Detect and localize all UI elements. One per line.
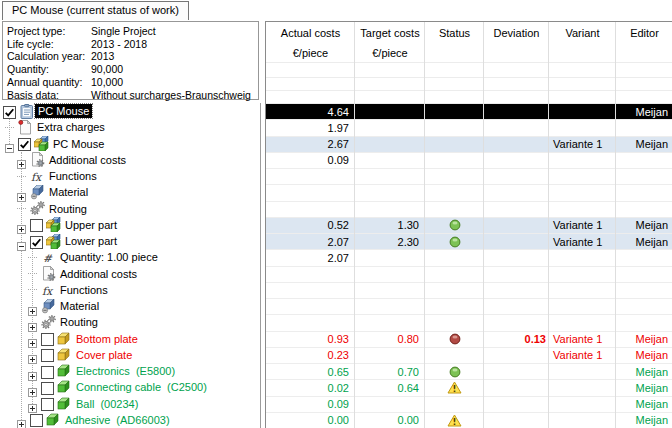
tree-item-functions[interactable]: fxFunctions [0, 282, 260, 298]
column-header-deviation[interactable]: Deviation [484, 26, 549, 40]
table-row-extra-charges[interactable]: 1.97 [266, 120, 672, 136]
checkbox-checked[interactable] [30, 235, 43, 248]
tree-item-label[interactable]: Quantity: 1.00 piece [57, 250, 161, 264]
tree-item-routing[interactable]: Routing [0, 314, 260, 330]
collapse-icon[interactable] [5, 139, 14, 148]
checkbox-unchecked[interactable] [41, 332, 54, 345]
expand-icon[interactable] [17, 155, 26, 164]
table-row-adhesive-ad66003[interactable]: 0.000.00!Meijan [266, 413, 672, 428]
table-row-quantity-1-00-piece[interactable]: 2.07 [266, 250, 672, 266]
checkbox-unchecked[interactable] [41, 397, 54, 410]
tree-item-pc-mouse[interactable]: PC Mouse [0, 103, 260, 119]
tree-item-label[interactable]: Material [57, 299, 102, 313]
tree-item-connecting-cable-c2500[interactable]: Connecting cable (C2500) [0, 379, 260, 395]
tree-item-label[interactable]: Cover plate [73, 348, 135, 362]
table-row-upper-part[interactable]: 0.521.30Variante 1Meijan [266, 218, 672, 234]
tree-item-label[interactable]: Bottom plate [73, 332, 141, 346]
expand-icon[interactable] [17, 220, 26, 229]
tree-item-label[interactable]: Material [46, 185, 91, 199]
tree-item-cover-plate[interactable]: Cover plate [0, 347, 260, 363]
table-row-pc-mouse[interactable]: 2.67Variante 1Meijan [266, 137, 672, 153]
table-row-ball-00234[interactable]: 0.09Meijan [266, 397, 672, 413]
column-header-editor[interactable]: Editor [616, 26, 672, 40]
tree-item-label[interactable]: Extra charges [34, 120, 108, 134]
checkbox-unchecked[interactable] [41, 381, 54, 394]
variant-cell [549, 413, 616, 428]
svg-text:fx: fx [42, 284, 54, 297]
table-row-additional-costs[interactable]: 0.09 [266, 153, 672, 169]
table-row-connecting-cable-c2500[interactable]: 0.020.64!Meijan [266, 380, 672, 396]
tree-item-label[interactable]: Lower part [62, 234, 120, 248]
table-row-routing[interactable] [266, 315, 672, 331]
checkbox-checked[interactable] [3, 105, 16, 118]
tree-item-quantity-1-00-piece[interactable]: #Quantity: 1.00 piece [0, 249, 260, 265]
target-cell [355, 185, 425, 200]
tree-item-adhesive-ad66003[interactable]: Adhesive (AD66003) [0, 412, 260, 428]
table-row-material[interactable] [266, 299, 672, 315]
fx-icon: fx [41, 282, 57, 297]
tree-item-additional-costs[interactable]: Additional costs [0, 152, 260, 168]
expand-icon[interactable] [28, 302, 37, 311]
table-row-functions[interactable] [266, 283, 672, 299]
info-row: Basis data:Without surcharges-Braunschwe… [7, 89, 258, 102]
tree-item-bottom-plate[interactable]: Bottom plate [0, 331, 260, 347]
tree-item-material[interactable]: Material [0, 184, 260, 200]
checkbox-unchecked[interactable] [41, 365, 54, 378]
tree-item-label[interactable]: Adhesive (AD66003) [62, 413, 173, 427]
checkbox-unchecked[interactable] [30, 218, 43, 231]
table-row-cover-plate[interactable]: 0.23Variante 1Meijan [266, 348, 672, 364]
expand-icon[interactable] [28, 399, 37, 408]
tree-item-label[interactable]: Functions [46, 169, 100, 183]
column-header-actual-costs[interactable]: Actual costs [266, 26, 355, 40]
table-row-routing[interactable] [266, 202, 672, 218]
column-header-variant[interactable]: Variant [549, 26, 616, 40]
expand-icon[interactable] [17, 188, 26, 197]
expand-icon[interactable] [28, 367, 37, 376]
table-row-electronics-e5800[interactable]: 0.650.70Meijan [266, 364, 672, 380]
editor-cell [616, 299, 672, 314]
checkbox-unchecked[interactable] [41, 348, 54, 361]
variant-cell [549, 267, 616, 282]
tree-item-label[interactable]: Routing [46, 202, 90, 216]
info-row: Project type:Single Project [7, 25, 258, 38]
tree-item-label[interactable]: Electronics (E5800) [73, 364, 178, 378]
expand-icon[interactable] [28, 383, 37, 392]
tree-item-label[interactable]: Connecting cable (C2500) [73, 380, 210, 394]
table-row-lower-part[interactable]: 2.072.30Variante 1Meijan [266, 234, 672, 250]
column-header-target-costs[interactable]: Target costs [355, 26, 425, 40]
tree-item-routing[interactable]: Routing [0, 201, 260, 217]
tree-item-label[interactable]: Upper part [62, 218, 120, 232]
tree-item-label[interactable]: PC Mouse [35, 104, 92, 118]
table-row-functions[interactable] [266, 169, 672, 185]
tree-item-pc-mouse[interactable]: PC Mouse [0, 136, 260, 152]
tree-item-additional-costs[interactable]: Additional costs [0, 266, 260, 282]
tree-item-ball-00234[interactable]: Ball (00234) [0, 396, 260, 412]
column-header-status[interactable]: Status [425, 26, 484, 40]
checkbox-checked[interactable] [18, 137, 31, 150]
table-row-pc-mouse[interactable]: 4.64Meijan [266, 104, 672, 120]
tree-item-electronics-e5800[interactable]: Electronics (E5800) [0, 363, 260, 379]
tab-pc-mouse[interactable]: PC Mouse (current status of work) [2, 1, 189, 20]
tree-item-material[interactable]: Material [0, 298, 260, 314]
tree-item-functions[interactable]: fxFunctions [0, 168, 260, 184]
checkbox-unchecked[interactable] [30, 413, 43, 426]
tree-item-label[interactable]: PC Mouse [50, 137, 107, 151]
expand-icon[interactable] [17, 415, 26, 424]
tree-item-label[interactable]: Functions [57, 283, 111, 297]
tree-item-lower-part[interactable]: Lower part [0, 233, 260, 249]
tree-item-extra-charges[interactable]: Extra charges [0, 119, 260, 135]
tree-item-label[interactable]: Additional costs [46, 153, 129, 167]
deviation-cell [484, 104, 549, 119]
tree-item-label[interactable]: Additional costs [57, 267, 140, 281]
tree-item-upper-part[interactable]: Upper part [0, 217, 260, 233]
tree-item-label[interactable]: Ball (00234) [73, 397, 141, 411]
table-row-additional-costs[interactable] [266, 267, 672, 283]
expand-icon[interactable] [28, 334, 37, 343]
table-row-bottom-plate[interactable]: 0.930.800.13Variante 1Meijan [266, 332, 672, 348]
status-warning-icon: ! [425, 380, 484, 395]
table-row-material[interactable] [266, 185, 672, 201]
expand-icon[interactable] [28, 350, 37, 359]
expand-icon[interactable] [28, 318, 37, 327]
collapse-icon[interactable] [17, 237, 26, 246]
tree-item-label[interactable]: Routing [57, 315, 101, 329]
